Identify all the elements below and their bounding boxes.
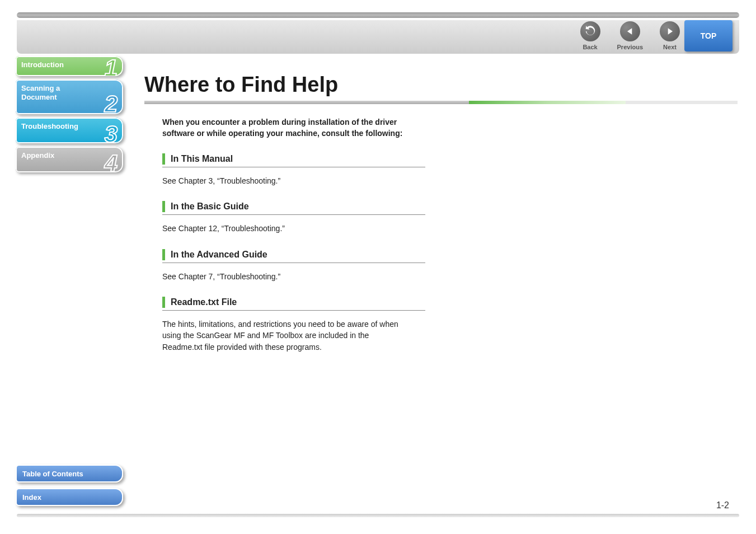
nav-buttons: Back Previous Next	[580, 21, 680, 50]
next-label: Next	[663, 44, 677, 50]
section-title: In the Advanced Guide	[171, 250, 267, 260]
index-label: Index	[22, 493, 41, 502]
top-button-label: TOP	[701, 31, 717, 40]
title-underline	[144, 101, 738, 104]
back-icon	[580, 21, 600, 41]
section-bar-icon	[162, 201, 165, 212]
previous-icon	[620, 21, 640, 41]
section-body: See Chapter 3, “Troubleshooting.”	[162, 175, 403, 186]
previous-label: Previous	[617, 44, 643, 50]
bottom-buttons: Table of Contents Index	[16, 465, 123, 512]
section-bar-icon	[162, 153, 165, 165]
next-button[interactable]: Next	[660, 21, 680, 50]
page-number: 1-2	[716, 500, 729, 510]
section-body: See Chapter 12, “Troubleshooting.”	[162, 223, 403, 234]
tab-troubleshooting[interactable]: Troubleshooting 3	[16, 118, 123, 143]
section-readme: Readme.txt File The hints, limitations, …	[162, 297, 425, 353]
header-top-bar	[17, 12, 739, 18]
back-button[interactable]: Back	[580, 21, 600, 50]
tab-troubleshooting-label: Troubleshooting	[21, 122, 123, 131]
tab-appendix-label: Appendix	[21, 151, 123, 160]
toc-label: Table of Contents	[22, 470, 83, 478]
section-title: In This Manual	[171, 154, 233, 164]
top-button[interactable]: TOP	[684, 20, 732, 51]
sidebar: Introduction 1 Scanning a Document 2 Tro…	[16, 56, 123, 176]
section-bar-icon	[162, 249, 165, 260]
intro-text: When you encounter a problem during inst…	[162, 117, 414, 139]
tab-appendix[interactable]: Appendix 4	[16, 147, 123, 172]
section-bar-icon	[162, 297, 165, 308]
section-basic-guide: In the Basic Guide See Chapter 12, “Trou…	[162, 201, 425, 234]
section-title: Readme.txt File	[171, 297, 237, 307]
index-button[interactable]: Index	[16, 488, 123, 506]
main-content: Where to Find Help When you encounter a …	[144, 73, 732, 353]
footer-line	[17, 514, 739, 517]
back-label: Back	[583, 44, 597, 50]
section-in-this-manual: In This Manual See Chapter 3, “Troublesh…	[162, 153, 425, 186]
section-body: See Chapter 7, “Troubleshooting.”	[162, 271, 403, 282]
tab-introduction-label: Introduction	[21, 60, 123, 69]
next-icon	[660, 21, 680, 41]
tab-scanning-label: Scanning a Document	[21, 84, 123, 101]
section-title: In the Basic Guide	[171, 202, 249, 212]
section-advanced-guide: In the Advanced Guide See Chapter 7, “Tr…	[162, 249, 425, 282]
tab-introduction[interactable]: Introduction 1	[16, 56, 123, 76]
section-body: The hints, limitations, and restrictions…	[162, 318, 403, 353]
tab-scanning[interactable]: Scanning a Document 2	[16, 79, 123, 114]
toc-button[interactable]: Table of Contents	[16, 465, 123, 483]
page-title: Where to Find Help	[144, 73, 732, 97]
previous-button[interactable]: Previous	[617, 21, 643, 50]
